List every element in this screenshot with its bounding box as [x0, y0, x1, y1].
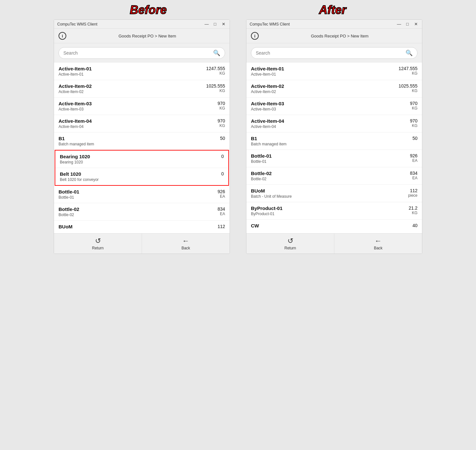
before-return-button[interactable]: ↺ Return	[54, 234, 142, 254]
before-panel: CompuTec WMS Client — □ ✕ i Goods Receip…	[54, 19, 230, 254]
before-minimize-btn[interactable]: —	[204, 22, 210, 26]
before-label: Before	[130, 3, 167, 17]
list-item[interactable]: Active-Item-04 Active-Item-04 970 KG	[246, 115, 422, 132]
list-item[interactable]: Active-Item-04 Active-Item-04 970 KG	[54, 115, 230, 132]
after-app-title: CompuTec WMS Client	[250, 22, 290, 26]
list-item[interactable]: Active-Item-03 Active-Item-03 970 KG	[246, 98, 422, 115]
list-item[interactable]: B1 Batch managed item 50	[54, 132, 230, 150]
list-item[interactable]: BUoM 112	[54, 221, 230, 233]
list-item[interactable]: B1 Batch managed item 50	[246, 132, 422, 150]
list-item-belt[interactable]: Belt 1020 Belt 1020 for conveyor 0	[55, 168, 228, 185]
before-return-label: Return	[92, 246, 103, 250]
after-search-input[interactable]	[256, 50, 406, 56]
back-icon: ←	[182, 237, 189, 245]
list-item[interactable]: CW 40	[246, 220, 422, 232]
before-back-button[interactable]: ← Back	[142, 234, 230, 254]
after-maximize-btn[interactable]: □	[405, 22, 410, 26]
before-search-container: 🔍	[54, 43, 230, 63]
after-title-bar: CompuTec WMS Client — □ ✕	[246, 20, 422, 29]
list-item[interactable]: Bottle-02 Bottle-02 834 EA	[246, 167, 422, 185]
after-panel: CompuTec WMS Client — □ ✕ i Goods Receip…	[246, 19, 422, 254]
before-close-btn[interactable]: ✕	[221, 22, 226, 26]
before-search-box: 🔍	[59, 47, 225, 59]
list-item[interactable]: BUoM Batch - Unit of Measure 112 piece	[246, 185, 422, 202]
after-return-icon: ↺	[287, 237, 293, 245]
before-search-input[interactable]	[63, 50, 213, 56]
after-footer: ↺ Return ← Back	[246, 233, 422, 254]
labels-row: Before After	[54, 3, 422, 17]
before-app-header: i Goods Receipt PO > New Item	[54, 29, 230, 43]
after-breadcrumb: Goods Receipt PO > New Item	[262, 34, 417, 38]
highlighted-group: Bearing 1020 Bearing 1020 0 Belt 1020 Be…	[55, 150, 229, 186]
after-app-header: i Goods Receipt PO > New Item	[246, 29, 422, 43]
after-search-box: 🔍	[251, 47, 417, 59]
after-close-btn[interactable]: ✕	[413, 22, 419, 26]
before-maximize-btn[interactable]: □	[212, 22, 218, 26]
list-item[interactable]: Active-Item-02 Active-Item-02 1025.555 K…	[246, 80, 422, 98]
before-search-icon: 🔍	[213, 49, 220, 57]
list-item-bearing[interactable]: Bearing 1020 Bearing 1020 0	[55, 151, 228, 168]
after-return-button[interactable]: ↺ Return	[246, 234, 334, 254]
after-label: After	[319, 3, 346, 17]
after-title-controls: — □ ✕	[396, 22, 419, 26]
before-app-title: CompuTec WMS Client	[57, 22, 97, 26]
list-item[interactable]: Bottle-01 Bottle-01 926 EA	[54, 186, 230, 203]
list-item[interactable]: ByProduct-01 ByProduct-01 21.2 KG	[246, 202, 422, 220]
list-item[interactable]: Bottle-01 Bottle-01 926 EA	[246, 150, 422, 167]
before-item-list[interactable]: Active-Item-01 Active-Item-01 1247.555 K…	[54, 63, 230, 233]
panels-row: CompuTec WMS Client — □ ✕ i Goods Receip…	[54, 19, 422, 254]
list-item[interactable]: Active-Item-01 Active-Item-01 1247.555 K…	[54, 63, 230, 80]
after-back-button[interactable]: ← Back	[334, 234, 422, 254]
before-title-controls: — □ ✕	[204, 22, 226, 26]
return-icon: ↺	[95, 237, 101, 245]
after-search-container: 🔍	[246, 43, 422, 63]
after-search-icon: 🔍	[406, 49, 413, 57]
before-title-bar: CompuTec WMS Client — □ ✕	[54, 20, 230, 29]
after-info-icon[interactable]: i	[251, 32, 259, 40]
after-back-icon: ←	[375, 237, 382, 245]
before-breadcrumb: Goods Receipt PO > New Item	[70, 34, 225, 38]
before-info-icon[interactable]: i	[59, 32, 66, 40]
after-item-list[interactable]: Active-Item-01 Active-Item-01 1247.555 K…	[246, 63, 422, 233]
list-item[interactable]: Active-Item-03 Active-Item-03 970 KG	[54, 98, 230, 115]
list-item[interactable]: Active-Item-01 Active-Item-01 1247.555 K…	[246, 63, 422, 80]
after-return-label: Return	[284, 246, 296, 250]
before-footer: ↺ Return ← Back	[54, 233, 230, 254]
list-item[interactable]: Bottle-02 Bottle-02 834 EA	[54, 203, 230, 221]
list-item[interactable]: Active-Item-02 Active-Item-02 1025.555 K…	[54, 80, 230, 98]
after-back-label: Back	[374, 246, 383, 250]
after-minimize-btn[interactable]: —	[396, 22, 402, 26]
before-back-label: Back	[181, 246, 190, 250]
